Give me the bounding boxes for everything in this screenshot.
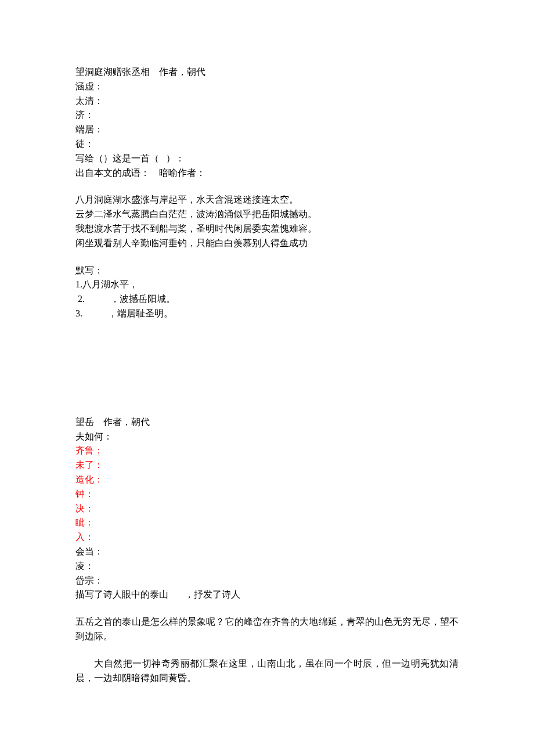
poem1-translation-line: 云梦二泽水气蒸腾白白茫茫，波涛汹涌似乎把岳阳城撼动。 bbox=[75, 207, 459, 222]
moxie-item: 1.八月湖水平， bbox=[75, 278, 459, 292]
moxie-item: 2. ，波撼岳阳城。 bbox=[75, 292, 459, 307]
poem2-term-red: 眦： bbox=[75, 516, 459, 530]
poem1-question: 写给（）这是一首（ ）： bbox=[75, 152, 459, 166]
poem2-term-red: 造化： bbox=[75, 473, 459, 487]
poem1-translation-line: 闲坐观看别人辛勤临河垂钓，只能白白羡慕别人得鱼成功 bbox=[75, 236, 459, 251]
poem2-question: 描写了诗人眼中的泰山 ，抒发了诗人 bbox=[75, 588, 459, 602]
poem2-term: 岱宗： bbox=[75, 574, 459, 588]
poem1-moxie-block: 默写： 1.八月湖水平， 2. ，波撼岳阳城。 3. ，端居耻圣明。 bbox=[75, 264, 459, 321]
moxie-label: 默写： bbox=[75, 264, 459, 278]
poem2-term-red: 入： bbox=[75, 530, 459, 545]
poem2-translation-para1: 五岳之首的泰山是怎么样的景象呢？它的峰峦在齐鲁的大地绵延，青翠的山色无穷无尽，望… bbox=[75, 615, 459, 644]
poem1-term: 徒： bbox=[75, 137, 459, 152]
poem2-term-red: 决： bbox=[75, 502, 459, 516]
poem2-title: 望岳 作者，朝代 bbox=[75, 415, 459, 430]
poem2-term: 会当： bbox=[75, 545, 459, 559]
poem2-translation-para2: 大自然把一切神奇秀丽都汇聚在这里，山南山北，虽在同一个时辰，但一边明亮犹如清晨，… bbox=[75, 657, 459, 686]
poem1-term: 济： bbox=[75, 108, 459, 123]
poem2-term: 凌： bbox=[75, 559, 459, 574]
moxie-item: 3. ，端居耻圣明。 bbox=[75, 307, 459, 321]
poem2-term-red: 钟： bbox=[75, 487, 459, 502]
poem2-term-red: 未了： bbox=[75, 458, 459, 473]
document-page: 望洞庭湖赠张丞相 作者，朝代 涵虚： 太清： 济： 端居： 徒： 写给（）这是一… bbox=[0, 0, 534, 756]
poem2-term: 夫如何： bbox=[75, 430, 459, 444]
poem1-translation-line: 我想渡水苦于找不到船与桨，圣明时代闲居委实羞愧难容。 bbox=[75, 222, 459, 236]
poem1-translation-block: 八月洞庭湖水盛涨与岸起平，水天含混迷迷接连太空。 云梦二泽水气蒸腾白白茫茫，波涛… bbox=[75, 193, 459, 250]
section-gap bbox=[75, 334, 459, 415]
poem1-title: 望洞庭湖赠张丞相 作者，朝代 bbox=[75, 65, 459, 80]
poem1-term: 涵虚： bbox=[75, 80, 459, 94]
poem1-question: 出自本文的成语： 暗喻作者： bbox=[75, 166, 459, 181]
poem1-header-block: 望洞庭湖赠张丞相 作者，朝代 涵虚： 太清： 济： 端居： 徒： 写给（）这是一… bbox=[75, 65, 459, 180]
poem2-header-block: 望岳 作者，朝代 夫如何： 齐鲁： 未了： 造化： 钟： 决： 眦： 入： 会当… bbox=[75, 415, 459, 602]
poem1-term: 太清： bbox=[75, 94, 459, 109]
poem2-term-red: 齐鲁： bbox=[75, 444, 459, 458]
poem1-term: 端居： bbox=[75, 123, 459, 137]
poem1-translation-line: 八月洞庭湖水盛涨与岸起平，水天含混迷迷接连太空。 bbox=[75, 193, 459, 207]
